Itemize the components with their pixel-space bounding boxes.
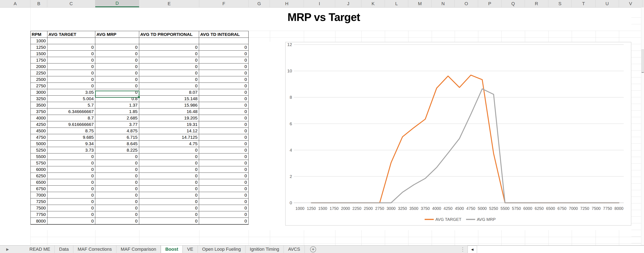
table-cell[interactable]: 7000	[31, 192, 48, 198]
table-cell[interactable]: 0	[199, 51, 248, 57]
table-cell[interactable]: 3.73	[48, 147, 96, 153]
table-cell[interactable]: 0	[139, 218, 199, 224]
table-cell[interactable]: 3500	[31, 102, 48, 108]
table-cell[interactable]: 0	[139, 147, 199, 153]
table-cell[interactable]: 14.7125	[139, 134, 199, 141]
chart-title[interactable]: MRP vs Target	[288, 11, 360, 24]
hscroll-track[interactable]	[477, 245, 644, 253]
table-cell[interactable]: 0	[48, 160, 96, 166]
table-cell[interactable]: 0	[48, 211, 96, 218]
table-cell[interactable]: 4500	[31, 128, 48, 134]
column-header-C[interactable]: C	[47, 0, 95, 7]
tab-scroll-right-icon[interactable]: ▶	[6, 247, 9, 251]
table-cell[interactable]: 0	[199, 166, 248, 173]
column-header-H[interactable]: H	[270, 0, 304, 7]
table-cell[interactable]: 5750	[31, 160, 48, 166]
chart[interactable]: 0246810121000125015001750200022502500275…	[285, 42, 631, 226]
table-cell[interactable]: 8.7	[48, 115, 96, 121]
table-cell[interactable]: 0	[199, 160, 248, 166]
column-header-J[interactable]: J	[335, 0, 362, 7]
table-cell[interactable]: 0	[199, 89, 248, 96]
table-cell[interactable]: 6.715	[95, 134, 139, 141]
column-header-G[interactable]: G	[248, 0, 270, 7]
sheet-tab-ignition-timing[interactable]: Ignition Timing	[246, 245, 284, 253]
table-cell[interactable]: 8.225	[95, 147, 139, 153]
column-header-S[interactable]: S	[548, 0, 572, 7]
table-cell[interactable]: 8.645	[95, 141, 139, 147]
sheet-tab-boost[interactable]: Boost	[161, 245, 183, 253]
table-cell[interactable]: 0	[199, 153, 248, 160]
table-cell[interactable]: 7500	[31, 205, 48, 211]
table-header-cell[interactable]: AVG TARGET	[48, 31, 96, 38]
sheet-tab-data[interactable]: Data	[55, 245, 73, 253]
table-cell[interactable]	[95, 38, 139, 44]
sheet-tab-open-loop-fueling[interactable]: Open Loop Fueling	[198, 245, 246, 253]
table-header-cell[interactable]: AVG MRP	[95, 31, 139, 38]
column-header-B[interactable]: B	[30, 0, 47, 7]
table-cell[interactable]: 0	[95, 173, 139, 179]
table-cell[interactable]: 15.986	[139, 102, 199, 108]
table-cell[interactable]: 0	[48, 153, 96, 160]
column-header-Q[interactable]: Q	[502, 0, 525, 7]
table-cell[interactable]: 0	[199, 96, 248, 102]
table-cell[interactable]: 2500	[31, 76, 48, 83]
table-cell[interactable]: 2.685	[95, 115, 139, 121]
sheet-tab-read-me[interactable]: READ ME	[25, 245, 55, 253]
table-cell[interactable]: 0	[199, 76, 248, 83]
table-cell[interactable]: 4.75	[139, 141, 199, 147]
table-cell[interactable]: 3750	[31, 108, 48, 115]
table-cell[interactable]: 0	[48, 186, 96, 192]
table-cell[interactable]: 0	[48, 173, 96, 179]
table-cell[interactable]: 0	[48, 83, 96, 89]
table-cell[interactable]: 0	[199, 211, 248, 218]
table-cell[interactable]	[48, 38, 96, 44]
table-cell[interactable]: 0	[48, 51, 96, 57]
table-cell[interactable]: 7750	[31, 211, 48, 218]
table-cell[interactable]: 0	[48, 218, 96, 224]
table-cell[interactable]: 0	[199, 115, 248, 121]
table-cell[interactable]: 0	[139, 83, 199, 89]
table-cell[interactable]: 5250	[31, 147, 48, 153]
table-cell[interactable]: 0	[95, 64, 139, 70]
table-cell[interactable]: 0	[139, 57, 199, 64]
table-cell[interactable]: 5.7	[48, 102, 96, 108]
table-cell[interactable]: 0	[48, 205, 96, 211]
table-cell[interactable]: 0	[95, 166, 139, 173]
column-header-N[interactable]: N	[432, 0, 455, 7]
table-cell[interactable]: 4.875	[95, 128, 139, 134]
column-header-O[interactable]: O	[455, 0, 478, 7]
table-cell[interactable]: 2250	[31, 70, 48, 76]
table-cell[interactable]: 9.685	[48, 134, 96, 141]
table-cell[interactable]: 0	[139, 173, 199, 179]
tab-drag-handle-icon[interactable]: ⋮	[460, 246, 466, 252]
table-cell[interactable]: 1.85	[95, 108, 139, 115]
table-cell[interactable]: 0	[95, 198, 139, 205]
column-header-R[interactable]: R	[525, 0, 548, 7]
add-sheet-button[interactable]: +	[310, 246, 316, 252]
table-cell[interactable]: 4000	[31, 115, 48, 121]
table-cell[interactable]: 0	[139, 76, 199, 83]
column-header-K[interactable]: K	[362, 0, 385, 7]
table-cell[interactable]: 0	[199, 141, 248, 147]
table-cell[interactable]: 0	[48, 64, 96, 70]
table-cell[interactable]: 0	[199, 192, 248, 198]
table-cell[interactable]: 6000	[31, 166, 48, 173]
table-cell[interactable]: 0	[199, 218, 248, 224]
selected-cell[interactable]	[95, 91, 140, 98]
table-cell[interactable]: 0	[139, 153, 199, 160]
column-header-F[interactable]: F	[199, 0, 248, 7]
table-cell[interactable]: 6500	[31, 179, 48, 186]
table-cell[interactable]: 0	[48, 70, 96, 76]
table-cell[interactable]: 0	[95, 160, 139, 166]
table-cell[interactable]: 7250	[31, 198, 48, 205]
table-header-cell[interactable]: RPM	[31, 31, 48, 38]
table-cell[interactable]: 0	[199, 108, 248, 115]
table-cell[interactable]: 2000	[31, 64, 48, 70]
table-cell[interactable]: 0	[139, 211, 199, 218]
table-cell[interactable]: 0	[199, 205, 248, 211]
table-header-cell[interactable]: AVG TD PROPORTIONAL	[139, 31, 199, 38]
table-cell[interactable]: 0	[95, 211, 139, 218]
table-cell[interactable]: 6750	[31, 186, 48, 192]
table-cell[interactable]: 3250	[31, 96, 48, 102]
table-cell[interactable]: 9.616666667	[48, 121, 96, 128]
